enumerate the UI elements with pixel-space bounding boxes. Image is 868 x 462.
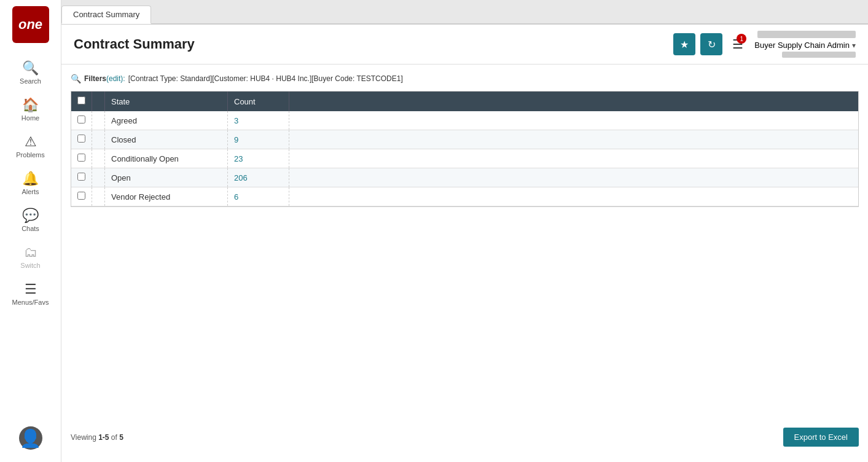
table-footer: Viewing 1-5 of 5 Export to Excel <box>71 421 859 453</box>
sidebar-item-search[interactable]: 🔍 Search <box>0 54 61 91</box>
state-cell[interactable]: Vendor Rejected <box>105 187 228 206</box>
filter-bar: 🔍 Filters (edit): [Contract Type: Standa… <box>71 74 859 84</box>
sidebar-avatar[interactable]: 👤 <box>0 420 61 456</box>
main-content: Contract Summary Contract Summary ★ ↻ ☰ … <box>61 0 868 462</box>
state-cell[interactable]: Conditionally Open <box>105 149 228 168</box>
menu-button-wrapper: ☰ 1 <box>732 37 743 52</box>
sidebar-item-label-search: Search <box>20 77 41 85</box>
sidebar-item-alerts[interactable]: 🔔 Alerts <box>0 165 61 202</box>
summary-table: State Count Agreed3Closed9Conditionally … <box>71 91 859 207</box>
content-body: 🔍 Filters (edit): [Contract Type: Standa… <box>71 74 859 453</box>
sidebar-item-chats[interactable]: 💬 Chats <box>0 202 61 238</box>
count-cell[interactable]: 206 <box>228 168 289 187</box>
sidebar-item-switch[interactable]: 🗂 Switch <box>0 238 61 275</box>
user-name-placeholder <box>757 31 856 38</box>
sidebar-item-label-menus-favs: Menus/Favs <box>12 299 49 306</box>
row-checkbox-cell[interactable] <box>71 187 92 206</box>
menu-button[interactable]: ☰ 1 <box>732 37 743 52</box>
alerts-icon: 🔔 <box>22 171 39 187</box>
count-cell[interactable]: 23 <box>228 149 289 168</box>
refresh-button[interactable]: ↻ <box>700 33 722 55</box>
favorite-button[interactable]: ★ <box>673 33 695 55</box>
viewing-text: Viewing 1-5 of 5 <box>71 433 123 442</box>
table: State Count Agreed3Closed9Conditionally … <box>71 92 858 206</box>
refresh-icon: ↻ <box>708 39 716 50</box>
dropdown-arrow-icon[interactable]: ▾ <box>852 41 856 50</box>
export-to-excel-button[interactable]: Export to Excel <box>783 428 859 447</box>
table-header: State Count <box>71 92 858 111</box>
table-row[interactable]: Open206 <box>71 168 858 187</box>
row-checkbox-cell[interactable] <box>71 130 92 149</box>
state-cell[interactable]: Agreed <box>105 111 228 130</box>
drag-handle <box>92 168 105 187</box>
table-row[interactable]: Closed9 <box>71 130 858 149</box>
state-cell[interactable]: Closed <box>105 130 228 149</box>
user-subname-placeholder <box>782 52 856 58</box>
count-column-header[interactable]: Count <box>228 92 289 111</box>
filter-label: Filters <box>84 74 106 83</box>
count-cell[interactable]: 6 <box>228 187 289 206</box>
state-cell[interactable]: Open <box>105 168 228 187</box>
avatar-icon: 👤 <box>19 426 42 450</box>
table-body: Agreed3Closed9Conditionally Open23Open20… <box>71 111 858 206</box>
count-cell[interactable]: 9 <box>228 130 289 149</box>
extra-cell <box>289 111 859 130</box>
sidebar-item-label-chats: Chats <box>22 225 39 232</box>
extra-col-header <box>289 92 859 111</box>
sidebar: one 🔍 Search 🏠 Home ⚠ Problems 🔔 Alerts … <box>0 0 61 462</box>
drag-handle <box>92 130 105 149</box>
row-checkbox-cell[interactable] <box>71 168 92 187</box>
page-title: Contract Summary <box>74 36 673 52</box>
drag-handle <box>92 111 105 130</box>
select-all-checkbox[interactable] <box>77 96 85 104</box>
table-row[interactable]: Conditionally Open23 <box>71 149 858 168</box>
search-icon: 🔍 <box>22 60 39 76</box>
sidebar-item-label-home: Home <box>22 114 39 122</box>
sidebar-item-problems[interactable]: ⚠ Problems <box>0 128 61 165</box>
tab-bar: Contract Summary <box>61 0 868 25</box>
sidebar-item-label-switch: Switch <box>20 262 40 269</box>
problems-icon: ⚠ <box>25 134 37 150</box>
table-row[interactable]: Vendor Rejected6 <box>71 187 858 206</box>
drag-handle <box>92 187 105 206</box>
notification-badge: 1 <box>737 34 746 44</box>
tab-contract-summary[interactable]: Contract Summary <box>61 6 151 24</box>
chats-icon: 💬 <box>22 208 39 224</box>
row-checkbox[interactable] <box>77 154 85 162</box>
row-checkbox-cell[interactable] <box>71 149 92 168</box>
user-role: Buyer Supply Chain Admin <box>754 41 850 50</box>
row-checkbox[interactable] <box>77 116 85 123</box>
select-all-header[interactable] <box>71 92 92 111</box>
header-actions: ★ ↻ ☰ 1 Buyer Supply Chain Admin ▾ <box>673 31 856 58</box>
count-cell[interactable]: 3 <box>228 111 289 130</box>
row-checkbox[interactable] <box>77 135 85 143</box>
drag-handle <box>92 149 105 168</box>
filter-edit-link[interactable]: (edit): <box>106 74 125 83</box>
filter-search-icon: 🔍 <box>71 74 81 84</box>
page-header: Contract Summary ★ ↻ ☰ 1 Buyer Supply Ch… <box>61 25 868 65</box>
user-info: Buyer Supply Chain Admin ▾ <box>754 31 856 58</box>
user-dropdown[interactable]: Buyer Supply Chain Admin ▾ <box>754 41 856 50</box>
extra-cell <box>289 187 859 206</box>
filter-text: [Contract Type: Standard][Customer: HUB4… <box>128 74 403 83</box>
menus-favs-icon: ☰ <box>25 281 37 297</box>
row-checkbox-cell[interactable] <box>71 111 92 130</box>
table-row[interactable]: Agreed3 <box>71 111 858 130</box>
star-icon: ★ <box>680 39 689 50</box>
sidebar-item-label-problems: Problems <box>16 151 44 159</box>
drag-col-header <box>92 92 105 111</box>
row-checkbox[interactable] <box>77 173 85 181</box>
sidebar-item-home[interactable]: 🏠 Home <box>0 91 61 128</box>
extra-cell <box>289 149 859 168</box>
switch-icon: 🗂 <box>24 245 37 260</box>
state-column-header[interactable]: State <box>105 92 228 111</box>
app-logo[interactable]: one <box>12 6 49 43</box>
extra-cell <box>289 168 859 187</box>
sidebar-item-menus-favs[interactable]: ☰ Menus/Favs <box>0 275 61 312</box>
home-icon: 🏠 <box>22 97 39 113</box>
content-area: 🔍 Filters (edit): [Contract Type: Standa… <box>61 65 868 462</box>
row-checkbox[interactable] <box>77 192 85 200</box>
sidebar-item-label-alerts: Alerts <box>22 188 39 195</box>
extra-cell <box>289 130 859 149</box>
